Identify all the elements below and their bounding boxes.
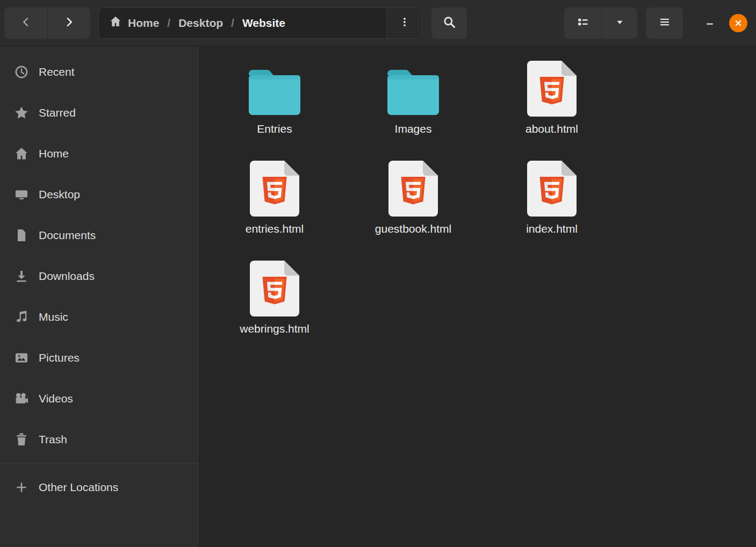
file-label: Images bbox=[395, 123, 432, 135]
file-item-guestbook-html[interactable]: guestbook.html bbox=[344, 150, 483, 250]
file-item-about-html[interactable]: about.html bbox=[483, 51, 621, 150]
nav-button-group bbox=[4, 8, 90, 39]
sidebar-item-label: Videos bbox=[39, 392, 73, 405]
sidebar-item-label: Pictures bbox=[39, 351, 80, 364]
sidebar-item-label: Other Locations bbox=[39, 481, 118, 494]
minimize-icon bbox=[705, 18, 714, 28]
music-note-icon bbox=[15, 310, 28, 324]
sidebar-item-label: Music bbox=[39, 311, 68, 323]
view-button-group bbox=[564, 8, 637, 39]
sidebar-item-downloads[interactable]: Downloads bbox=[0, 256, 199, 297]
breadcrumb-website[interactable]: Website bbox=[242, 17, 285, 30]
document-icon bbox=[15, 228, 28, 242]
hamburger-menu-icon bbox=[659, 17, 670, 29]
sidebar-item-recent[interactable]: Recent bbox=[0, 52, 199, 92]
sidebar-item-other-locations[interactable]: Other Locations bbox=[0, 467, 199, 508]
breadcrumb-home-label: Home bbox=[128, 17, 159, 30]
html-file-icon bbox=[388, 157, 438, 217]
file-item-webrings-html[interactable]: webrings.html bbox=[205, 250, 344, 350]
path-options-button[interactable] bbox=[386, 8, 422, 38]
video-camera-icon bbox=[15, 392, 28, 406]
close-icon bbox=[729, 14, 747, 32]
file-item-entries-folder[interactable]: Entries bbox=[205, 51, 344, 150]
path-separator: / bbox=[231, 17, 234, 30]
breadcrumb: Home / Desktop / Website bbox=[99, 8, 386, 38]
back-button[interactable] bbox=[4, 8, 47, 39]
sidebar-item-label: Home bbox=[39, 147, 69, 160]
file-label: about.html bbox=[525, 123, 578, 135]
plus-icon bbox=[15, 480, 28, 494]
sidebar-item-pictures[interactable]: Pictures bbox=[0, 337, 199, 378]
sidebar-item-documents[interactable]: Documents bbox=[0, 215, 199, 256]
path-separator: / bbox=[167, 17, 170, 30]
view-toggle-button[interactable] bbox=[564, 8, 601, 39]
file-label: index.html bbox=[526, 222, 578, 235]
html-file-icon bbox=[527, 157, 577, 217]
html-file-icon bbox=[249, 157, 300, 217]
sidebar-item-music[interactable]: Music bbox=[0, 297, 199, 337]
file-manager-window: Home / Desktop / Website bbox=[0, 0, 756, 547]
breadcrumb-home[interactable]: Home bbox=[110, 16, 159, 30]
main-menu-button[interactable] bbox=[646, 8, 683, 39]
sidebar-item-starred[interactable]: Starred bbox=[0, 92, 199, 133]
forward-button[interactable] bbox=[47, 8, 90, 39]
back-chevron-icon bbox=[20, 17, 31, 29]
close-button[interactable] bbox=[725, 8, 752, 39]
html-file-icon bbox=[527, 57, 577, 117]
sidebar-item-label: Recent bbox=[39, 66, 75, 78]
search-button[interactable] bbox=[431, 8, 467, 39]
picture-icon bbox=[15, 351, 28, 365]
desktop-icon bbox=[15, 188, 28, 201]
sidebar-item-label: Downloads bbox=[39, 270, 95, 283]
file-item-images-folder[interactable]: Images bbox=[344, 51, 483, 150]
file-grid: Entries Images bbox=[200, 46, 756, 547]
sidebar-item-desktop[interactable]: Desktop bbox=[0, 174, 199, 215]
sidebar-item-videos[interactable]: Videos bbox=[0, 378, 199, 419]
places-sidebar: Recent Starred Home Desktop bbox=[0, 46, 200, 547]
sidebar-item-trash[interactable]: Trash bbox=[0, 419, 199, 460]
sidebar-item-label: Trash bbox=[39, 433, 67, 446]
file-item-index-html[interactable]: index.html bbox=[483, 150, 621, 250]
star-icon bbox=[15, 106, 28, 120]
search-icon bbox=[443, 16, 456, 30]
home-icon bbox=[110, 16, 121, 30]
html-file-icon bbox=[249, 257, 300, 317]
folder-icon bbox=[247, 57, 303, 117]
sidebar-item-label: Documents bbox=[39, 229, 96, 242]
header-bar: Home / Desktop / Website bbox=[0, 0, 756, 46]
file-label: guestbook.html bbox=[375, 222, 451, 235]
view-options-dropdown[interactable] bbox=[601, 8, 637, 39]
clock-icon bbox=[15, 65, 28, 79]
folder-icon bbox=[385, 57, 441, 117]
minimize-button[interactable] bbox=[696, 8, 724, 39]
sidebar-item-label: Starred bbox=[39, 106, 76, 119]
trash-icon bbox=[15, 433, 28, 447]
dropdown-arrow-icon bbox=[616, 18, 624, 28]
list-view-icon bbox=[578, 17, 588, 29]
window-body: Recent Starred Home Desktop bbox=[0, 46, 756, 547]
download-icon bbox=[15, 269, 28, 283]
home-icon bbox=[15, 147, 28, 161]
file-item-entries-html[interactable]: entries.html bbox=[205, 150, 344, 250]
file-label: entries.html bbox=[246, 222, 304, 235]
sidebar-item-home[interactable]: Home bbox=[0, 133, 199, 174]
sidebar-separator bbox=[0, 463, 199, 464]
file-label: Entries bbox=[257, 123, 292, 135]
breadcrumb-desktop[interactable]: Desktop bbox=[178, 17, 223, 30]
three-dot-menu-icon bbox=[400, 17, 409, 28]
sidebar-item-label: Desktop bbox=[39, 188, 80, 201]
file-label: webrings.html bbox=[240, 322, 309, 335]
forward-chevron-icon bbox=[64, 17, 75, 29]
path-bar: Home / Desktop / Website bbox=[98, 8, 422, 39]
